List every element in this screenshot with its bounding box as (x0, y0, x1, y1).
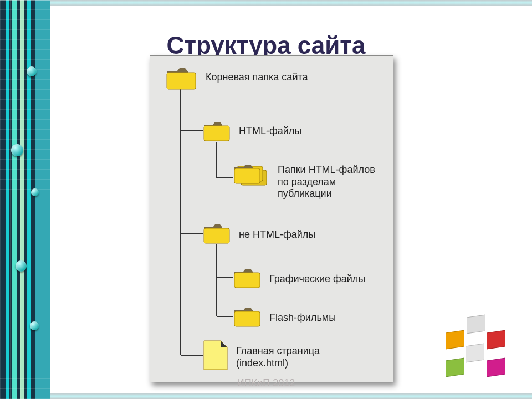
svg-rect-9 (167, 73, 196, 89)
corner-decor (438, 316, 515, 382)
tree-label-flash: Flash-фильмы (269, 312, 336, 324)
file-icon (203, 340, 228, 371)
folder-icon (203, 222, 231, 244)
folder-stack-icon (233, 162, 270, 193)
folder-icon (166, 66, 197, 90)
folder-icon (203, 120, 231, 142)
tree-label-nonhtml: не HTML-файлы (239, 229, 315, 241)
svg-rect-14 (204, 228, 229, 243)
folder-icon (233, 267, 261, 289)
svg-rect-16 (234, 311, 260, 326)
svg-rect-10 (204, 126, 229, 141)
site-structure-diagram: Корневая папка сайта HTML-файлы Папки HT… (150, 55, 393, 382)
svg-rect-15 (234, 273, 260, 288)
tree-label-root: Корневая папка сайта (206, 71, 308, 84)
slide-left-decor (0, 0, 50, 399)
slide-border-top (50, 0, 532, 6)
slide-border-bottom (50, 393, 532, 399)
tree-label-index: Главная страница (index.html) (236, 345, 320, 369)
folder-icon (233, 305, 261, 328)
tree-label-graphics: Графические файлы (269, 273, 365, 285)
tree-connectors (150, 56, 394, 383)
tree-label-html: HTML-файлы (239, 125, 301, 137)
svg-rect-13 (234, 168, 260, 183)
tree-label-sections: Папки HTML-файлов по разделам публикации (278, 164, 375, 200)
